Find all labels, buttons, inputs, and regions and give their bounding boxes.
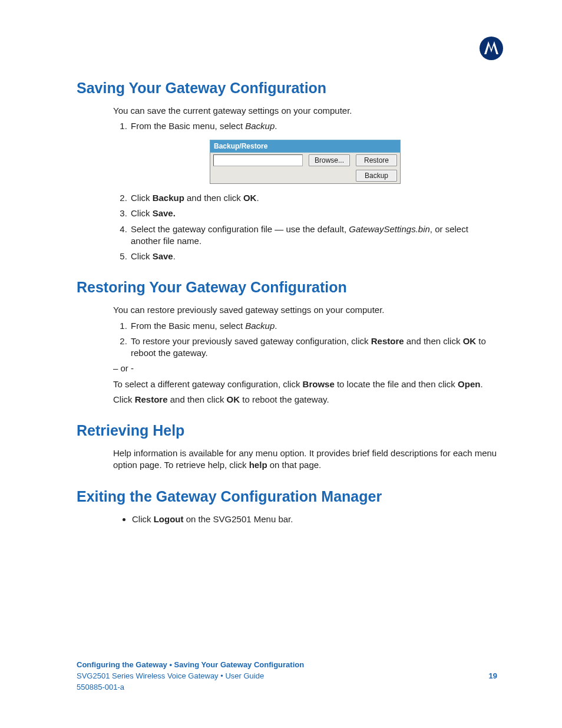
restoring-step-1: From the Basic menu, select Backup.	[130, 320, 497, 332]
heading-help: Retrieving Help	[77, 422, 497, 439]
heading-saving: Saving Your Gateway Configuration	[77, 80, 497, 97]
section-help: Retrieving Help Help information is avai…	[77, 422, 497, 472]
saving-step-3: Click Save.	[130, 207, 497, 219]
footer-breadcrumb: Configuring the Gateway • Saving Your Ga…	[77, 660, 497, 669]
saving-step-5: Click Save.	[130, 251, 497, 262]
help-paragraph: Help information is available for any me…	[113, 447, 497, 472]
exiting-step: Click Logout on the SVG2501 Menu bar.	[132, 513, 497, 525]
footer-guide-title: SVG2501 Series Wireless Voice Gateway • …	[77, 671, 264, 680]
widget-title: Backup/Restore	[210, 140, 401, 152]
saving-intro: You can save the current gateway setting…	[113, 105, 497, 117]
section-exiting: Exiting the Gateway Configuration Manage…	[77, 488, 497, 525]
page-footer: Configuring the Gateway • Saving Your Ga…	[77, 660, 497, 691]
saving-step-1: From the Basic menu, select Backup.	[130, 120, 497, 132]
motorola-logo-icon	[480, 37, 503, 60]
footer-doc-number: 550885-001-a	[77, 683, 497, 691]
backup-button[interactable]: Backup	[356, 170, 397, 182]
page-number: 19	[489, 671, 497, 680]
section-restoring: Restoring Your Gateway Configuration You…	[77, 279, 497, 406]
file-path-input[interactable]	[213, 154, 303, 166]
browse-button[interactable]: Browse...	[309, 154, 350, 166]
restoring-alt-browse: To select a different gateway configurat…	[113, 378, 497, 390]
restoring-intro: You can restore previously saved gateway…	[113, 304, 497, 316]
restoring-alt-restore: Click Restore and then click OK to reboo…	[113, 394, 497, 406]
saving-step-4: Select the gateway configuration file — …	[130, 223, 497, 248]
heading-restoring: Restoring Your Gateway Configuration	[77, 279, 497, 296]
backup-restore-widget: Backup/Restore Browse... Restore Backup	[210, 140, 401, 185]
restore-button[interactable]: Restore	[356, 154, 397, 166]
restoring-or: – or -	[113, 363, 497, 374]
restoring-step-2: To restore your previously saved gateway…	[130, 335, 497, 360]
section-saving: Saving Your Gateway Configuration You ca…	[77, 80, 497, 262]
heading-exiting: Exiting the Gateway Configuration Manage…	[77, 488, 497, 505]
saving-step-2: Click Backup and then click OK.	[130, 192, 497, 204]
